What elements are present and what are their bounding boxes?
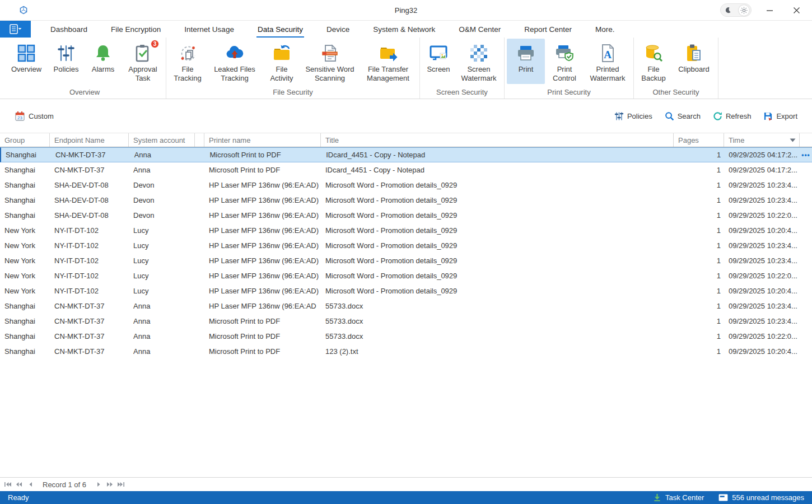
ribbon-item-label: File Transfer Management	[362, 65, 414, 83]
cell-printer: Microsoft Print to PDF	[206, 148, 322, 162]
ribbon-item-leaked-files-tracking[interactable]: Leaked Files Tracking	[208, 39, 262, 84]
cell-pages: 1	[674, 268, 724, 283]
screen-watermark-mosaic-icon	[469, 43, 489, 63]
export-button[interactable]: Export	[763, 111, 797, 121]
column-header-time[interactable]: Time	[724, 133, 800, 147]
ribbon-item-print[interactable]: Print	[507, 39, 545, 84]
table-row[interactable]: ShanghaiSHA-DEV-DT-08DevonHP Laser MFP 1…	[0, 178, 812, 193]
cell-time: 09/29/2025 10:20:4...	[724, 283, 800, 298]
printed-watermark-icon: A	[598, 43, 618, 63]
ribbon-item-alarms[interactable]: Alarms	[85, 39, 121, 84]
tab-o-m-center[interactable]: O&M Center	[447, 21, 512, 38]
next-record-button[interactable]	[94, 480, 103, 489]
cell-pages: 1	[674, 238, 724, 253]
ribbon-item-overview[interactable]: Overview	[6, 39, 47, 84]
table-row[interactable]: ShanghaiCN-MKT-DT-37AnnaHP Laser MFP 136…	[0, 298, 812, 314]
cell-pages: 1	[674, 148, 724, 162]
time-filter-dropdown-icon[interactable]	[790, 138, 796, 142]
last-record-button[interactable]	[116, 480, 125, 489]
table-row[interactable]: New YorkNY-IT-DT-102LucyHP Laser MFP 136…	[0, 283, 812, 298]
file-backup-database-icon	[643, 43, 664, 63]
cell-title: IDcard_4451 - Copy - Notepad	[321, 148, 674, 162]
previous-page-button[interactable]	[15, 480, 24, 489]
cell-spacer	[195, 298, 204, 314]
table-row[interactable]: ShanghaiCN-MKT-DT-37AnnaMicrosoft Print …	[0, 329, 812, 344]
ribbon-group-print-security: Print Print Control	[505, 38, 634, 99]
column-header-group[interactable]: Group	[0, 133, 50, 147]
task-center-button[interactable]: Task Center	[653, 493, 704, 502]
cell-time: 09/29/2025 10:23:4...	[724, 253, 800, 268]
cell-pages: 1	[674, 223, 724, 238]
tab-more[interactable]: More.	[584, 21, 627, 38]
table-row[interactable]: ShanghaiSHA-DEV-DT-08DevonHP Laser MFP 1…	[0, 208, 812, 223]
tab-device[interactable]: Device	[315, 21, 361, 38]
table-row[interactable]: ShanghaiCN-MKT-DT-37AnnaMicrosoft Print …	[0, 314, 812, 329]
ribbon-item-label: Screen Watermark	[459, 65, 498, 83]
ribbon-item-policies[interactable]: Policies	[48, 39, 84, 84]
custom-date-filter-button[interactable]: 23 Custom	[15, 111, 54, 122]
next-page-button[interactable]	[105, 480, 114, 489]
ribbon-item-file-activity[interactable]: File Activity	[263, 39, 301, 84]
nav-tabs: DashboardFile EncryptionInternet UsageDa…	[39, 21, 627, 38]
cell-pages: 1	[674, 329, 724, 344]
ribbon-item-file-backup[interactable]: File Backup	[636, 39, 671, 84]
refresh-button[interactable]: Refresh	[713, 111, 752, 121]
ribbon-item-screen[interactable]: Screen	[422, 39, 455, 84]
cell-account: Devon	[129, 178, 195, 193]
table-row[interactable]: ShanghaiCN-MKT-DT-37AnnaMicrosoft Print …	[0, 162, 812, 178]
table-row[interactable]: New YorkNY-IT-DT-102LucyHP Laser MFP 136…	[0, 238, 812, 253]
cell-spacer	[195, 238, 204, 253]
app-menu-button[interactable]	[0, 21, 31, 38]
table-row[interactable]: ShanghaiSHA-DEV-DT-08DevonHP Laser MFP 1…	[0, 193, 812, 208]
table-row[interactable]: New YorkNY-IT-DT-102LucyHP Laser MFP 136…	[0, 223, 812, 238]
column-header-title[interactable]: Title	[321, 133, 674, 147]
ribbon-item-label: Sensitive Word Scanning	[305, 65, 354, 83]
cell-account: Devon	[129, 193, 195, 208]
column-header-pages[interactable]: Pages	[674, 133, 724, 147]
record-count-label: Record 1 of 6	[43, 480, 86, 489]
screen-monitor-icon	[428, 43, 449, 63]
policies-button[interactable]: Policies	[614, 111, 652, 121]
table-row[interactable]: New YorkNY-IT-DT-102LucyHP Laser MFP 136…	[0, 253, 812, 268]
column-header-endpoint-name[interactable]: Endpoint Name	[50, 133, 129, 147]
ribbon-item-approval-task[interactable]: 3 Approval Task	[122, 39, 164, 84]
tab-dashboard[interactable]: Dashboard	[39, 21, 99, 38]
ribbon-item-printed-watermark[interactable]: A Printed Watermark	[584, 39, 631, 84]
unread-messages-button[interactable]: 556 unread messages	[718, 493, 804, 502]
cell-title: Microsoft Word - Promotion details_0929	[321, 253, 674, 268]
search-button[interactable]: Search	[665, 111, 701, 121]
table-row[interactable]: ShanghaiCN-MKT-DT-37AnnaMicrosoft Print …	[0, 344, 812, 359]
row-more-actions-icon[interactable]: •••	[800, 148, 812, 162]
table-row[interactable]: ShanghaiCN-MKT-DT-37AnnaMicrosoft Print …	[0, 147, 812, 162]
row-actions	[800, 193, 812, 208]
ribbon-group-label: File Security	[168, 85, 418, 99]
tab-system-network[interactable]: System & Network	[361, 21, 447, 38]
previous-record-button[interactable]	[26, 480, 35, 489]
cell-time: 09/29/2025 10:22:0...	[724, 329, 800, 344]
cell-printer: Microsoft Print to PDF	[204, 162, 321, 178]
task-center-label: Task Center	[665, 493, 704, 502]
cell-pages: 1	[674, 298, 724, 314]
tab-data-security[interactable]: Data Security	[246, 21, 315, 38]
table-row[interactable]: New YorkNY-IT-DT-102LucyHP Laser MFP 136…	[0, 268, 812, 283]
ribbon-item-file-transfer-management[interactable]: File Transfer Management	[359, 39, 417, 84]
ribbon-item-sensitive-word-scanning[interactable]: Sensitive Word Scanning	[302, 39, 358, 84]
cell-account: Anna	[129, 298, 195, 314]
cell-title: Microsoft Word - Promotion details_0929	[321, 178, 674, 193]
ribbon-item-clipboard[interactable]: Clipboard	[672, 39, 716, 84]
filter-toolbar: 23 Custom Policies Search	[0, 99, 812, 133]
cell-title: 55733.docx	[321, 298, 674, 314]
ribbon-group-label: Print Security	[506, 85, 632, 99]
column-header-printer-name[interactable]: Printer name	[204, 133, 321, 147]
tab-file-encryption[interactable]: File Encryption	[99, 21, 172, 38]
tab-internet-usage[interactable]: Internet Usage	[172, 21, 246, 38]
tab-report-center[interactable]: Report Center	[512, 21, 584, 38]
cell-printer: Microsoft Print to PDF	[204, 314, 321, 329]
cell-spacer	[196, 148, 206, 162]
column-header-actions	[800, 133, 812, 147]
column-header-system-account[interactable]: System account	[129, 133, 195, 147]
ribbon-item-file-tracking[interactable]: File Tracking	[169, 39, 207, 84]
ribbon-item-screen-watermark[interactable]: Screen Watermark	[456, 39, 502, 84]
first-record-button[interactable]	[3, 480, 12, 489]
ribbon-item-print-control[interactable]: Print Control	[546, 39, 583, 84]
